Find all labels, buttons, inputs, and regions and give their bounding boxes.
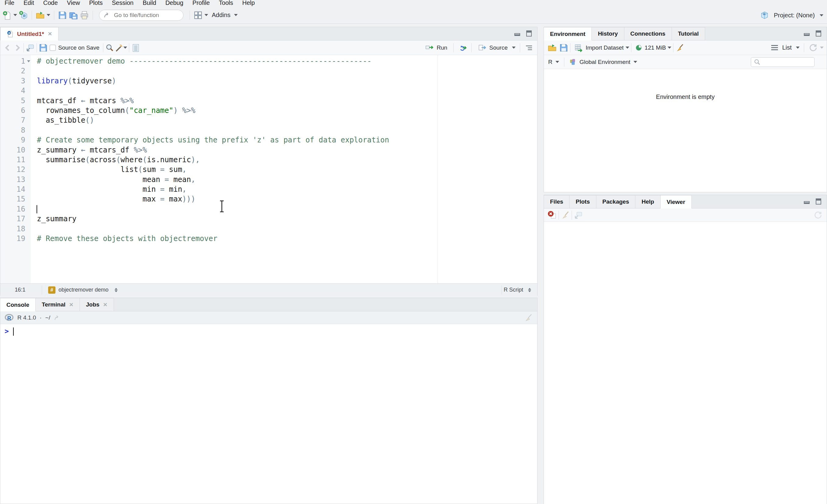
goto-file-box[interactable] <box>99 10 184 21</box>
language-selector[interactable]: R <box>548 59 552 65</box>
code-line[interactable]: 8 <box>0 125 537 135</box>
section-navigator[interactable]: # objectremover demo <box>48 286 117 294</box>
environment-tab[interactable]: Environment <box>544 27 592 41</box>
environment-search-input[interactable] <box>763 59 809 65</box>
code-line[interactable]: 18 <box>0 224 537 234</box>
files-tab[interactable]: Plots <box>569 195 596 208</box>
addins-label[interactable]: Addins <box>212 11 230 18</box>
refresh-viewer-button[interactable] <box>813 211 822 220</box>
source-dropdown[interactable] <box>512 47 516 49</box>
maximize-icon[interactable] <box>815 198 822 205</box>
minimize-icon[interactable] <box>514 30 521 37</box>
pane-layout-button[interactable] <box>194 11 203 20</box>
console-tab[interactable]: Terminal ✕ <box>35 298 80 311</box>
source-on-save-checkbox[interactable] <box>50 45 56 51</box>
source-on-save-toggle[interactable]: Source on Save <box>48 43 101 52</box>
import-dataset-dropdown[interactable] <box>626 47 629 49</box>
maximize-icon[interactable] <box>525 30 533 37</box>
code-line[interactable]: 13 mean = mean, <box>0 175 537 184</box>
tab-untitled1[interactable]: R Untitled1* ✕ <box>0 27 58 41</box>
clear-environment-button[interactable] <box>675 43 684 52</box>
rerun-button[interactable] <box>458 43 467 52</box>
refresh-environment-button[interactable] <box>809 43 818 52</box>
code-editor[interactable]: 1# objectremover demo ------------------… <box>0 55 537 283</box>
load-workspace-button[interactable] <box>547 43 557 52</box>
environment-selector-dropdown[interactable] <box>633 61 637 63</box>
source-button[interactable]: Source <box>476 42 509 54</box>
code-line[interactable]: 12 list(sum = sum, <box>0 165 537 174</box>
print-button[interactable] <box>80 11 89 20</box>
environment-tab[interactable]: Tutorial <box>672 27 705 40</box>
tab-close-icon[interactable]: ✕ <box>48 31 52 37</box>
files-tab[interactable]: Packages <box>596 195 636 208</box>
menu-item[interactable]: Debug <box>161 0 188 7</box>
working-directory[interactable]: ~/ <box>45 315 50 321</box>
project-menu[interactable]: R Project: (None) <box>760 7 824 24</box>
open-directory-icon[interactable] <box>54 314 61 321</box>
menu-item[interactable]: Tools <box>214 0 238 7</box>
code-line[interactable]: 10z_summary ← mtcars_df %>% <box>0 145 537 155</box>
menu-item[interactable]: Code <box>39 0 62 7</box>
minimize-icon[interactable] <box>803 30 811 37</box>
compile-report-button[interactable] <box>131 43 140 52</box>
popout-button[interactable] <box>26 43 35 52</box>
language-dropdown[interactable] <box>555 61 559 63</box>
goto-file-input[interactable] <box>114 12 175 18</box>
code-line[interactable]: 9# Create some temporary objects using t… <box>0 135 537 145</box>
menu-item[interactable]: Profile <box>188 0 214 7</box>
list-view-label[interactable]: List <box>782 44 792 51</box>
environment-search-box[interactable] <box>751 57 815 67</box>
code-line[interactable]: 3library(tidyverse) <box>0 76 537 86</box>
forward-button[interactable] <box>12 43 21 52</box>
environment-selector[interactable]: Global Environment <box>580 59 630 65</box>
fold-arrow-icon[interactable] <box>27 60 30 62</box>
find-replace-button[interactable] <box>105 43 114 52</box>
refresh-dropdown[interactable] <box>820 47 824 49</box>
environment-tab[interactable]: Connections <box>624 27 672 40</box>
console-tab[interactable]: Jobs ✕ <box>80 298 114 311</box>
environment-tab[interactable]: History <box>591 27 624 40</box>
code-line[interactable]: 19# Remove these objects with objectremo… <box>0 234 537 243</box>
code-line[interactable]: 11 summarise(across(where(is.numeric), <box>0 155 537 165</box>
code-line[interactable]: 6 rownames_to_column("car_name") %>% <box>0 106 537 115</box>
code-line[interactable]: 7 as_tibble() <box>0 115 537 125</box>
viewer-popout-button[interactable] <box>574 211 583 220</box>
code-line[interactable]: 2 <box>0 66 537 76</box>
menu-item[interactable]: Build <box>138 0 160 7</box>
files-tab[interactable]: Help <box>635 195 660 208</box>
menu-item[interactable]: Help <box>238 0 259 7</box>
menu-item[interactable]: Edit <box>19 0 38 7</box>
menu-item[interactable]: Session <box>107 0 138 7</box>
code-line[interactable]: 17z_summary <box>0 214 537 224</box>
tab-close-icon[interactable]: ✕ <box>69 301 74 308</box>
code-line[interactable]: 14 min = min, <box>0 184 537 194</box>
new-file-dropdown[interactable] <box>13 14 17 16</box>
addins-dropdown[interactable] <box>234 14 238 16</box>
tab-close-icon[interactable]: ✕ <box>103 301 107 308</box>
document-outline-button[interactable] <box>524 43 534 52</box>
code-tools-dropdown[interactable] <box>124 47 127 49</box>
memory-dropdown[interactable] <box>668 47 671 49</box>
import-dataset-button[interactable]: Import Dataset <box>572 42 626 54</box>
save-all-button[interactable] <box>69 11 78 20</box>
code-line[interactable]: 5mtcars_df ← mtcars %>% <box>0 96 537 106</box>
files-tab[interactable]: Viewer <box>660 195 692 209</box>
code-tools-button[interactable] <box>114 43 124 52</box>
save-source-button[interactable] <box>39 43 48 52</box>
minimize-icon[interactable] <box>803 198 811 205</box>
clean-viewer-button[interactable] <box>561 211 570 220</box>
new-project-button[interactable]: R <box>19 11 28 20</box>
menu-item[interactable]: View <box>62 0 85 7</box>
save-workspace-button[interactable] <box>559 43 568 52</box>
open-recent-dropdown[interactable] <box>47 14 50 16</box>
menu-item[interactable]: Plots <box>85 0 107 7</box>
console-tab[interactable]: Console <box>0 298 36 311</box>
run-button[interactable]: Run <box>423 42 449 54</box>
open-file-button[interactable] <box>36 11 45 20</box>
clear-console-button[interactable] <box>524 313 533 322</box>
new-file-button[interactable] <box>2 11 11 20</box>
file-type-selector[interactable]: R Script <box>504 287 531 293</box>
maximize-icon[interactable] <box>815 30 822 37</box>
code-line[interactable]: 16 <box>0 204 537 214</box>
menu-item[interactable]: File <box>0 0 19 7</box>
